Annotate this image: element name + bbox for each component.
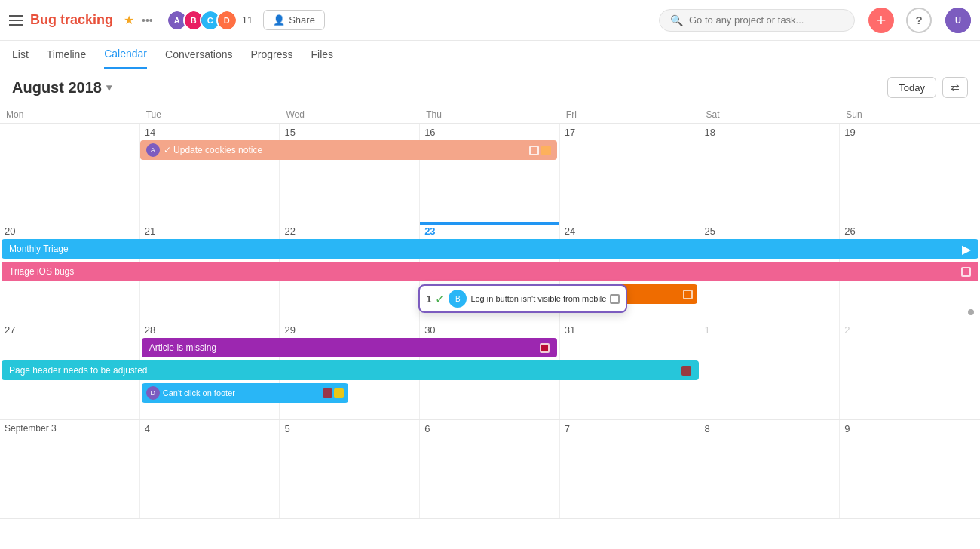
calendar-body: 14 15 16 17 18 19 A ✓ Update cookies not… <box>0 124 980 519</box>
search-input[interactable] <box>689 14 825 26</box>
popup-number: 1 <box>426 293 431 305</box>
cell-wed-15: 15 <box>280 124 420 222</box>
event-tag-1 <box>323 388 332 398</box>
event-monthly-triage[interactable]: Monthly Triage ▶ <box>2 239 978 259</box>
event-page-header[interactable]: Page header needs to be adjusted <box>2 360 699 380</box>
help-button[interactable]: ? <box>906 8 932 33</box>
cell-sun-sep2: 2 <box>840 321 980 419</box>
cell-fri-sep7: 7 <box>560 420 700 518</box>
share-icon: 👤 <box>273 14 285 26</box>
event-tag-2 <box>334 388 344 398</box>
popup-avatar: B <box>449 290 467 308</box>
cell-sat-18: 18 <box>700 124 841 222</box>
cell-sat-sep1: 1 <box>700 321 841 419</box>
event-cant-click[interactable]: D Can't click on footer <box>142 383 349 403</box>
event-avatar: D <box>146 386 160 400</box>
month-dropdown-icon[interactable]: ▾ <box>106 81 112 94</box>
event-title: ✓ Update cookies notice <box>164 145 262 155</box>
day-header-thu: Thu <box>420 106 560 123</box>
member-count: 11 <box>242 14 253 26</box>
favorite-icon[interactable]: ★ <box>124 13 134 27</box>
search-icon: 🔍 <box>670 14 683 26</box>
day-header-fri: Fri <box>560 106 700 123</box>
event-title: Page header needs to be adjusted <box>9 365 147 376</box>
event-tag <box>681 366 691 376</box>
event-triage-ios[interactable]: Triage iOS bugs <box>2 262 978 281</box>
event-title: Can't click on footer <box>163 388 320 397</box>
event-avatar: A <box>146 143 160 157</box>
tab-progress[interactable]: Progress <box>251 41 293 69</box>
calendar-days-header: Mon Tue Wed Thu Fri Sat Sun <box>0 106 980 124</box>
share-button[interactable]: 👤 Share <box>263 10 325 30</box>
week-2: 20 21 22 23 24 25 26 M <box>0 222 980 321</box>
today-line <box>420 222 559 225</box>
tab-calendar[interactable]: Calendar <box>104 41 147 69</box>
event-title: Article is missing <box>149 342 216 353</box>
event-arrow: ▶ <box>962 242 971 256</box>
tab-timeline[interactable]: Timeline <box>47 41 86 69</box>
more-icon[interactable]: ••• <box>142 14 153 26</box>
team-avatars: A B C D 11 <box>167 10 253 31</box>
week-3: 27 28 29 30 31 1 2 Article is missing <box>0 321 980 420</box>
tab-files[interactable]: Files <box>311 41 334 69</box>
cell-sun-19: 19 <box>840 124 980 222</box>
cell-sat-sep8: 8 <box>700 420 841 518</box>
calendar-month-title: August 2018 ▾ <box>12 79 112 97</box>
tab-conversations[interactable]: Conversations <box>165 41 233 69</box>
day-header-wed: Wed <box>280 106 420 123</box>
event-article-missing[interactable]: Article is missing <box>142 338 557 357</box>
week-4: September 3 4 5 6 7 8 9 <box>0 420 980 519</box>
day-header-sun: Sun <box>840 106 980 123</box>
cell-thu-16: 16 <box>420 124 560 222</box>
user-avatar[interactable]: U <box>945 8 971 33</box>
hamburger-menu[interactable] <box>9 15 23 26</box>
calendar-header: August 2018 ▾ Today ⇄ <box>0 69 980 106</box>
nav-tabs: List Timeline Calendar Conversations Pro… <box>0 41 980 69</box>
event-checkbox <box>961 267 971 277</box>
event-update-cookies[interactable]: A ✓ Update cookies notice <box>140 140 557 160</box>
cell-thu-sep6: 6 <box>420 420 560 518</box>
cell-mon-13 <box>0 124 140 222</box>
add-button[interactable]: + <box>868 8 894 33</box>
day-header-tue: Tue <box>140 106 280 123</box>
popup-checkbox <box>610 294 620 304</box>
dot-indicator <box>968 309 974 315</box>
cell-tue-sep4: 4 <box>140 420 280 518</box>
search-bar[interactable]: 🔍 <box>659 9 855 32</box>
popup-title: Log in button isn't visible from mobile <box>470 294 606 303</box>
event-color-tag <box>541 146 551 155</box>
avatar-4: D <box>216 10 237 31</box>
event-title: Monthly Triage <box>9 244 69 254</box>
popup-check-icon: ✓ <box>435 292 445 306</box>
cell-wed-sep5: 5 <box>280 420 420 518</box>
cell-fri-17: 17 <box>560 124 700 222</box>
event-checkbox <box>683 290 693 299</box>
cell-sun-sep9: 9 <box>840 420 980 518</box>
filter-button[interactable]: ⇄ <box>942 77 968 98</box>
top-bar: Bug tracking ★ ••• A B C D 11 👤 Share 🔍 … <box>0 0 980 41</box>
tab-list[interactable]: List <box>12 41 29 69</box>
cell-tue-14: 14 <box>140 124 280 222</box>
day-header-mon: Mon <box>0 106 140 123</box>
day-header-sat: Sat <box>700 106 841 123</box>
cell-mon-sep3: September 3 <box>0 420 140 518</box>
week-1: 14 15 16 17 18 19 A ✓ Update cookies not… <box>0 124 980 222</box>
today-button[interactable]: Today <box>887 77 936 98</box>
event-login-popup[interactable]: 1 ✓ B Log in button isn't visible from m… <box>418 284 627 313</box>
event-tag <box>540 343 550 353</box>
event-checkbox <box>529 146 539 155</box>
project-title: Bug tracking <box>30 12 113 28</box>
event-title: Triage iOS bugs <box>9 266 74 277</box>
